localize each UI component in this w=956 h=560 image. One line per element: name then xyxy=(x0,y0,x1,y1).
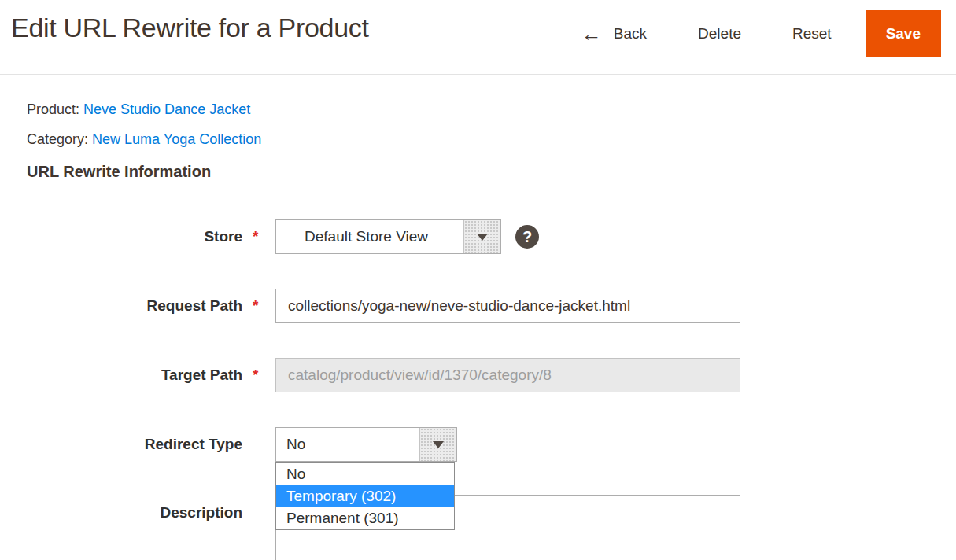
store-row: Store * Default Store View ? xyxy=(27,219,956,254)
save-button[interactable]: Save xyxy=(866,10,941,57)
category-meta-line: Category: New Luma Yoga Collection xyxy=(27,130,956,149)
store-required-mark: * xyxy=(242,228,275,245)
description-row: Description xyxy=(27,495,956,560)
store-select-value: Default Store View xyxy=(276,220,463,253)
redirect-type-options-panel: No Temporary (302) Permanent (301) xyxy=(275,462,455,530)
redirect-type-row: Redirect Type No No Temporary (302) Perm… xyxy=(27,427,956,462)
description-star-spacer xyxy=(242,495,275,504)
description-label: Description xyxy=(27,495,242,521)
help-icon[interactable]: ? xyxy=(515,225,539,249)
main-content: Product: Neve Studio Dance Jacket Catego… xyxy=(0,100,956,560)
redirect-type-label: Redirect Type xyxy=(27,436,242,453)
redirect-type-select-arrow-box xyxy=(419,428,456,461)
delete-button[interactable]: Delete xyxy=(698,25,741,42)
request-path-row: Request Path * xyxy=(27,289,956,323)
product-label: Product: xyxy=(27,101,79,117)
product-link[interactable]: Neve Studio Dance Jacket xyxy=(83,101,250,117)
store-select-arrow-box xyxy=(463,220,500,253)
option-temporary-302[interactable]: Temporary (302) xyxy=(276,485,454,507)
request-path-label: Request Path xyxy=(27,297,242,315)
product-meta-line: Product: Neve Studio Dance Jacket xyxy=(27,100,956,119)
redirect-type-select-wrap: No No Temporary (302) Permanent (301) xyxy=(275,427,457,462)
page-title: Edit URL Rewrite for a Product xyxy=(11,13,369,43)
delete-button-label: Delete xyxy=(698,25,741,42)
target-path-required-mark: * xyxy=(242,367,275,384)
target-path-row: Target Path * xyxy=(27,358,956,392)
target-path-label: Target Path xyxy=(27,367,242,384)
store-select-wrap: Default Store View xyxy=(275,219,501,254)
dropdown-arrow-icon xyxy=(477,234,488,241)
request-path-required-mark: * xyxy=(242,297,275,315)
url-rewrite-form: Store * Default Store View ? Request Pat… xyxy=(27,219,956,560)
header-actions: ← Back Delete Reset Save xyxy=(581,9,941,57)
category-link[interactable]: New Luma Yoga Collection xyxy=(92,131,261,147)
request-path-input[interactable] xyxy=(275,289,740,323)
option-no[interactable]: No xyxy=(276,463,454,485)
page-header: Edit URL Rewrite for a Product ← Back De… xyxy=(0,0,956,75)
section-title: URL Rewrite Information xyxy=(27,161,956,182)
store-select[interactable]: Default Store View xyxy=(275,219,501,254)
store-label: Store xyxy=(27,228,242,245)
back-button[interactable]: ← Back xyxy=(581,25,647,42)
reset-button-label: Reset xyxy=(792,25,832,42)
redirect-type-select-value: No xyxy=(276,428,419,461)
dropdown-arrow-icon xyxy=(433,441,444,448)
target-path-input xyxy=(275,358,740,392)
back-arrow-icon: ← xyxy=(581,26,602,42)
reset-button[interactable]: Reset xyxy=(792,25,832,42)
back-button-label: Back xyxy=(614,25,647,42)
redirect-type-select[interactable]: No xyxy=(275,427,457,462)
category-label: Category: xyxy=(27,131,88,147)
option-permanent-301[interactable]: Permanent (301) xyxy=(276,507,454,529)
